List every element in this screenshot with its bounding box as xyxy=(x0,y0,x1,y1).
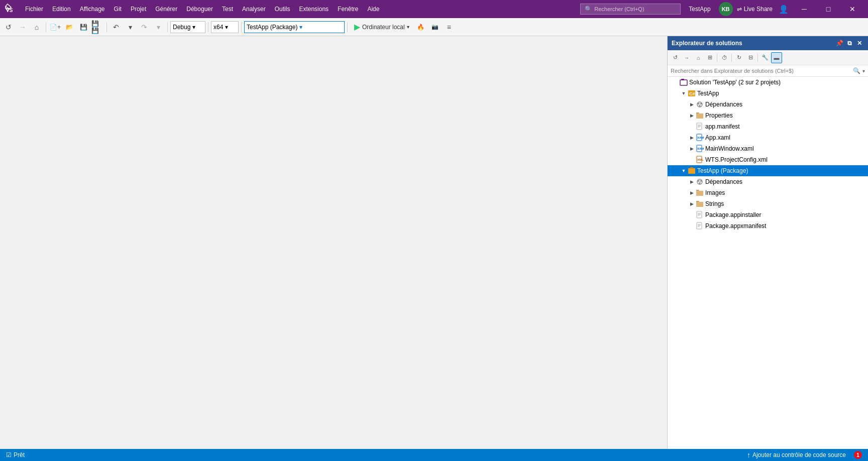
menu-aide[interactable]: Aide xyxy=(363,4,383,15)
run-button[interactable]: ▶ Ordinateur local ▾ xyxy=(350,21,413,33)
toolbar-new-project-btn[interactable]: 📄+ xyxy=(49,21,62,34)
menu-git[interactable]: Git xyxy=(110,4,126,15)
panel-preview-btn[interactable]: ▬ xyxy=(771,52,782,63)
dep2-label: Dépendances xyxy=(705,178,742,185)
panel-float-btn[interactable]: ⧉ xyxy=(845,39,854,48)
toolbar-extra-btn[interactable]: ≡ xyxy=(443,21,456,34)
menu-fenetre[interactable]: Fenêtre xyxy=(334,4,362,15)
dep2-expand[interactable] xyxy=(688,178,696,186)
sep4 xyxy=(208,22,208,32)
status-ready[interactable]: ☑ Prêt xyxy=(4,449,27,461)
source-control-btn[interactable]: ↑ Ajouter au contrôle de code source xyxy=(745,449,848,461)
panel-sync-btn[interactable]: ↺ xyxy=(670,52,681,63)
panel-search-icon[interactable]: 🔍 xyxy=(853,67,860,74)
toolbar-forward-btn[interactable]: → xyxy=(16,21,29,34)
minimize-button[interactable]: ─ xyxy=(793,0,816,18)
panel-search-dropdown-icon[interactable]: ▾ xyxy=(862,68,865,74)
tree-package-appxmanifest[interactable]: Package.appxmanifest xyxy=(668,220,868,232)
menu-extensions[interactable]: Extensions xyxy=(295,4,333,15)
toolbar-undo-dropdown[interactable]: ▾ xyxy=(124,21,137,34)
menu-fichier[interactable]: Fichier xyxy=(21,4,47,15)
svg-text:XML: XML xyxy=(697,158,704,161)
panel-properties-btn[interactable]: 🔧 xyxy=(759,52,771,63)
undo-dropdown-icon: ▾ xyxy=(129,23,132,31)
profile-icon[interactable]: 👤 xyxy=(779,5,789,14)
tree-images[interactable]: Images xyxy=(668,187,868,198)
tree-properties[interactable]: Properties xyxy=(668,110,868,121)
pause-icon: 🔥 xyxy=(417,24,424,31)
toolbar-open-btn[interactable]: 📂 xyxy=(63,21,76,34)
status-left: ☑ Prêt xyxy=(4,449,27,461)
close-button[interactable]: ✕ xyxy=(841,0,864,18)
panel-views-btn[interactable]: ⊞ xyxy=(704,52,715,63)
tree-mainwindow-xaml[interactable]: XAML MainWindow.xaml xyxy=(668,143,868,154)
testapp-expand[interactable] xyxy=(680,89,688,97)
menu-projet[interactable]: Projet xyxy=(127,4,150,15)
title-search-box[interactable]: 🔍 xyxy=(580,4,681,15)
panel-pin-btn[interactable]: 📌 xyxy=(835,39,844,48)
strings-icon xyxy=(696,200,704,208)
menu-outils[interactable]: Outils xyxy=(271,4,294,15)
sep2 xyxy=(106,22,107,32)
toolbar-screenshot-btn[interactable]: 📷 xyxy=(428,21,442,34)
run-triangle-icon: ▶ xyxy=(354,22,360,32)
maximize-button[interactable]: □ xyxy=(817,0,840,18)
tree-app-manifest[interactable]: app.manifest xyxy=(668,121,868,132)
toolbar-redo-btn[interactable]: ↷ xyxy=(138,21,151,34)
menu-generer[interactable]: Générer xyxy=(151,4,181,15)
live-share-btn[interactable]: ⇌ Live Share xyxy=(737,6,773,13)
error-badge-container[interactable]: 1 xyxy=(852,449,864,461)
panel-collapse-btn[interactable]: ⊟ xyxy=(745,52,756,63)
package-expand[interactable] xyxy=(680,167,688,175)
package-label: TestApp (Package) xyxy=(697,167,748,174)
appinstaller-expand xyxy=(688,211,696,219)
panel-search-input[interactable] xyxy=(671,68,851,74)
toolbar-save-btn[interactable]: 💾 xyxy=(77,21,90,34)
tree-testapp-package[interactable]: TestApp (Package) xyxy=(668,165,868,176)
tree-strings[interactable]: Strings xyxy=(668,198,868,209)
tree-app-xaml[interactable]: XAML App.xaml xyxy=(668,132,868,143)
panel-forward-btn[interactable]: → xyxy=(681,52,692,63)
tree-wts-config[interactable]: XML WTS.ProjectConfig.xml xyxy=(668,154,868,165)
toolbar-home-btn[interactable]: ⌂ xyxy=(30,21,43,34)
images-expand[interactable] xyxy=(688,189,696,197)
project-dropdown[interactable]: TestApp (Package) ▾ xyxy=(244,21,345,33)
menu-test[interactable]: Test xyxy=(218,4,237,15)
toolbar-pause-btn[interactable]: 🔥 xyxy=(414,21,427,34)
arch-arrow: ▾ xyxy=(225,24,228,31)
strings-expand[interactable] xyxy=(688,200,696,208)
toolbar-undo-btn[interactable]: ↶ xyxy=(110,21,123,34)
panel-refresh-btn[interactable]: ↻ xyxy=(733,52,744,63)
props-expand[interactable] xyxy=(688,111,696,120)
toolbar-save-all-btn[interactable]: 💾💾 xyxy=(91,21,104,34)
editor-area[interactable] xyxy=(0,36,667,449)
arch-dropdown[interactable]: x64 ▾ xyxy=(211,21,239,33)
svg-line-10 xyxy=(698,103,700,106)
appxaml-expand[interactable] xyxy=(688,134,696,142)
tree-testapp-project[interactable]: C# TestApp xyxy=(668,88,868,99)
title-search-input[interactable] xyxy=(594,6,675,12)
tree-solution[interactable]: Solution 'TestApp' (2 sur 2 projets) xyxy=(668,77,868,88)
toolbar-back-btn[interactable]: ↺ xyxy=(2,21,15,34)
appxmanifest-label: Package.appxmanifest xyxy=(705,222,766,229)
user-avatar[interactable]: KB xyxy=(719,2,733,16)
menu-edition[interactable]: Edition xyxy=(48,4,75,15)
toolbar-redo-dropdown[interactable]: ▾ xyxy=(152,21,165,34)
menu-deboger[interactable]: Déboguer xyxy=(182,4,217,15)
appxaml-icon: XAML xyxy=(696,134,704,142)
dep1-expand[interactable] xyxy=(688,100,696,108)
sep3 xyxy=(167,22,168,32)
tree-package-appinstaller[interactable]: Package.appinstaller xyxy=(668,209,868,220)
mainxaml-expand[interactable] xyxy=(688,145,696,153)
menu-analyser[interactable]: Analyser xyxy=(238,4,270,15)
panel-search: 🔍 ▾ xyxy=(668,65,868,77)
panel-sep1 xyxy=(717,54,717,62)
panel-home-btn[interactable]: ⌂ xyxy=(693,52,704,63)
tree-dependances-2[interactable]: Dépendances xyxy=(668,176,868,187)
tree-dependances-1[interactable]: Dépendances xyxy=(668,99,868,110)
panel-settings-btn[interactable]: ⏱ xyxy=(719,52,730,63)
panel-close-btn[interactable]: ✕ xyxy=(855,39,864,48)
menu-affichage[interactable]: Affichage xyxy=(76,4,109,15)
source-control-icon: ↑ xyxy=(747,451,750,459)
debug-mode-dropdown[interactable]: Debug ▾ xyxy=(170,21,205,33)
